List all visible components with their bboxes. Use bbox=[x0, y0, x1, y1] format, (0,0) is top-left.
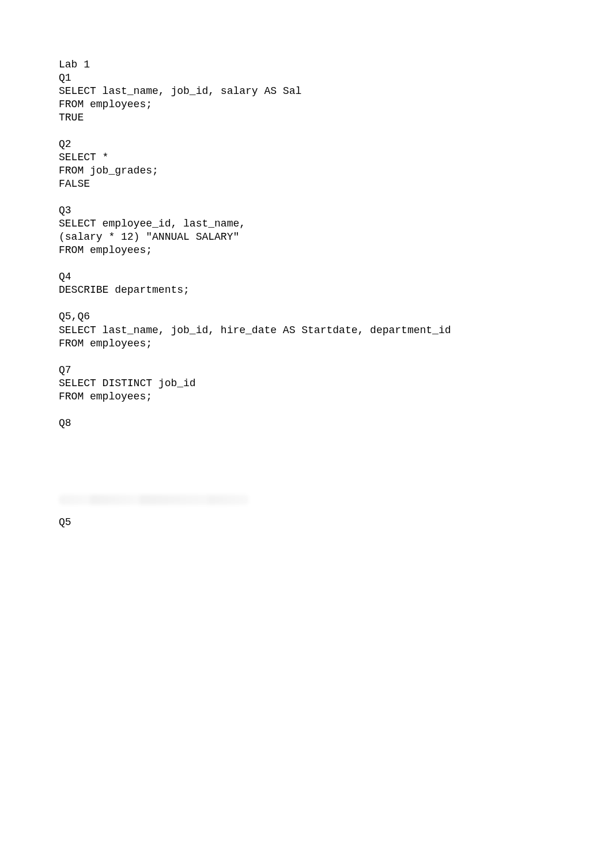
section-heading: Q7 bbox=[59, 364, 612, 377]
section-q1: Q1 SELECT last_name, job_id, salary AS S… bbox=[59, 71, 612, 124]
code-line: SELECT last_name, job_id, hire_date AS S… bbox=[59, 324, 612, 337]
code-line: DESCRIBE departments; bbox=[59, 284, 612, 297]
code-line: SELECT employee_id, last_name, bbox=[59, 217, 612, 231]
section-q2: Q2 SELECT * FROM job_grades; FALSE bbox=[59, 138, 612, 191]
section-q7: Q7 SELECT DISTINCT job_id FROM employees… bbox=[59, 364, 612, 403]
section-q8: Q8 bbox=[59, 417, 612, 430]
code-line: FROM employees; bbox=[59, 98, 612, 111]
code-line: TRUE bbox=[59, 111, 612, 124]
code-line: SELECT DISTINCT job_id bbox=[59, 377, 612, 390]
section-q4: Q4 DESCRIBE departments; bbox=[59, 270, 612, 297]
section-q3: Q3 SELECT employee_id, last_name, (salar… bbox=[59, 204, 612, 257]
section-heading: Q8 bbox=[59, 417, 612, 430]
document-page: Lab 1 Q1 SELECT last_name, job_id, salar… bbox=[0, 0, 612, 529]
section-heading: Q2 bbox=[59, 138, 612, 151]
section-heading: Q3 bbox=[59, 204, 612, 217]
section-heading: Q5,Q6 bbox=[59, 310, 612, 323]
doc-title-block: Lab 1 bbox=[59, 58, 612, 71]
section-heading: Q1 bbox=[59, 71, 612, 85]
code-line: FALSE bbox=[59, 178, 612, 191]
code-line: SELECT last_name, job_id, salary AS Sal bbox=[59, 85, 612, 98]
redacted-bar bbox=[59, 495, 249, 505]
code-line: FROM employees; bbox=[59, 244, 612, 257]
doc-title: Lab 1 bbox=[59, 58, 612, 71]
code-line: SELECT * bbox=[59, 151, 612, 164]
trailing-label: Q5 bbox=[59, 516, 612, 529]
section-q5q6: Q5,Q6 SELECT last_name, job_id, hire_dat… bbox=[59, 310, 612, 350]
code-line: FROM employees; bbox=[59, 337, 612, 350]
code-line: FROM job_grades; bbox=[59, 164, 612, 178]
code-line: FROM employees; bbox=[59, 390, 612, 403]
code-line: (salary * 12) "ANNUAL SALARY" bbox=[59, 231, 612, 244]
section-heading: Q4 bbox=[59, 270, 612, 284]
